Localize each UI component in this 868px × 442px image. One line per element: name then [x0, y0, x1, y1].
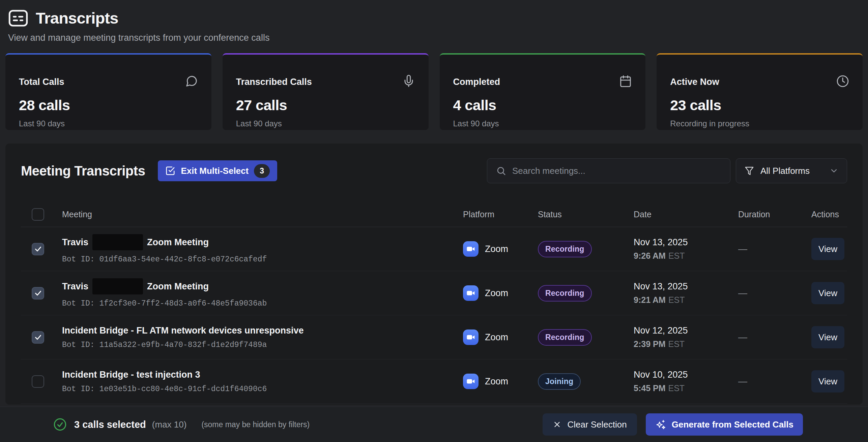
stat-label: Total Calls: [19, 77, 64, 87]
platform-filter-dropdown[interactable]: All Platforms: [736, 158, 847, 183]
select-all-checkbox[interactable]: [32, 208, 44, 221]
zoom-platform-icon: [463, 329, 479, 345]
meeting-title: Incident Bridge - test injection 3: [62, 370, 463, 380]
row-checkbox[interactable]: [32, 375, 44, 388]
meeting-time: 9:21 AMEST: [634, 295, 738, 305]
meeting-time: 9:26 AMEST: [634, 251, 738, 261]
search-icon: [496, 166, 506, 176]
stat-card-active-now: Active Now 23 calls Recording in progres…: [657, 53, 863, 130]
table-row[interactable]: Travis Zoom Meeting Bot ID: 01df6aa3-54e…: [21, 227, 847, 271]
stat-card-transcribed-calls: Transcribed Calls 27 calls Last 90 days: [223, 53, 429, 130]
meeting-duration: —: [738, 288, 811, 298]
page-subtitle: View and manage meeting transcripts from…: [8, 33, 861, 43]
view-button[interactable]: View: [811, 326, 844, 348]
stat-label: Completed: [453, 77, 500, 87]
meeting-time: 2:39 PMEST: [634, 339, 738, 349]
zoom-platform-icon: [463, 374, 479, 389]
meeting-date: Nov 13, 2025: [634, 237, 738, 248]
row-checkbox[interactable]: [32, 287, 44, 299]
zoom-platform-icon: [463, 285, 479, 301]
zoom-platform-icon: [463, 241, 479, 257]
filter-icon: [744, 166, 754, 176]
chat-bubble-icon: [185, 75, 198, 89]
row-checkbox[interactable]: [32, 331, 44, 344]
meeting-duration: —: [738, 376, 811, 387]
selection-bar: 3 calls selected (max 10) (some may be h…: [0, 407, 868, 442]
transcripts-table: Meeting Platform Status Date Duration Ac…: [21, 202, 847, 404]
platform-name: Zoom: [485, 288, 508, 298]
platform-name: Zoom: [485, 376, 508, 387]
clear-selection-button[interactable]: Clear Selection: [543, 413, 637, 436]
table-row[interactable]: Incident Bridge - FL ATM network devices…: [21, 315, 847, 359]
stat-value: 28 calls: [19, 97, 198, 114]
stat-sub: Last 90 days: [453, 119, 632, 128]
stat-value: 27 calls: [236, 97, 415, 114]
col-header-actions: Actions: [811, 210, 847, 219]
transcripts-page: Transcripts View and manage meeting tran…: [0, 0, 868, 442]
clock-icon: [836, 75, 849, 89]
meeting-transcripts-panel: Meeting Transcripts Exit Multi-Select 3: [5, 144, 863, 405]
col-header-platform: Platform: [463, 210, 538, 219]
stat-value: 23 calls: [670, 97, 849, 114]
close-icon: [553, 420, 561, 429]
col-header-date: Date: [634, 210, 738, 219]
check-square-icon: [165, 166, 175, 176]
stat-card-completed: Completed 4 calls Last 90 days: [440, 53, 646, 130]
col-header-status: Status: [538, 210, 634, 219]
platform-filter-value: All Platforms: [760, 166, 823, 176]
stat-sub: Recording in progress: [670, 119, 849, 128]
calendar-icon: [619, 75, 632, 89]
status-badge: Joining: [538, 373, 581, 390]
panel-title: Meeting Transcripts: [21, 163, 145, 179]
view-button[interactable]: View: [811, 370, 844, 392]
search-meetings-box[interactable]: [487, 158, 730, 183]
status-badge: Recording: [538, 285, 592, 302]
view-button[interactable]: View: [811, 282, 844, 304]
stat-cards: Total Calls 28 calls Last 90 days Transc…: [0, 53, 868, 130]
stat-label: Active Now: [670, 77, 719, 87]
microphone-icon: [402, 75, 415, 89]
meeting-title: Travis Zoom Meeting: [62, 278, 463, 294]
redacted-text: [92, 278, 143, 294]
bot-id: Bot ID: 1e03e51b-cc80-4e8c-91cf-dcd1f640…: [62, 385, 463, 393]
generate-from-selected-button[interactable]: Generate from Selected Calls: [646, 413, 803, 436]
selection-count-badge: 3: [254, 164, 270, 178]
bot-id: Bot ID: 01df6aa3-54ee-442c-8fc8-e072c6ca…: [62, 255, 463, 264]
page-header: Transcripts View and manage meeting tran…: [0, 0, 868, 43]
page-title: Transcripts: [36, 9, 118, 27]
table-row[interactable]: Travis Zoom Meeting Bot ID: 1f2cf3e0-7ff…: [21, 271, 847, 315]
bot-id: Bot ID: 11a5a322-e9fb-4a70-832f-d1e2d9f7…: [62, 341, 463, 349]
row-checkbox[interactable]: [32, 243, 44, 255]
stat-card-total-calls: Total Calls 28 calls Last 90 days: [5, 53, 211, 130]
col-header-meeting: Meeting: [62, 210, 463, 219]
table-row[interactable]: Incident Bridge - test injection 3 Bot I…: [21, 359, 847, 404]
platform-name: Zoom: [485, 244, 508, 254]
meeting-date: Nov 13, 2025: [634, 281, 738, 292]
bot-id: Bot ID: 1f2cf3e0-7ff2-48d3-a0f6-48e5fa90…: [62, 299, 463, 308]
table-header-row: Meeting Platform Status Date Duration Ac…: [21, 202, 847, 227]
stat-value: 4 calls: [453, 97, 632, 114]
sparkles-icon: [655, 419, 666, 430]
meeting-time: 5:45 PMEST: [634, 383, 738, 393]
status-badge: Recording: [538, 241, 592, 257]
meeting-date: Nov 12, 2025: [634, 325, 738, 336]
meeting-title: Travis Zoom Meeting: [62, 234, 463, 250]
redacted-text: [92, 234, 143, 250]
selected-count-text: 3 calls selected: [74, 419, 146, 430]
selection-hidden-note: (some may be hidden by filters): [201, 420, 310, 429]
platform-name: Zoom: [485, 332, 508, 343]
meeting-title: Incident Bridge - FL ATM network devices…: [62, 325, 463, 336]
check-circle-icon: [53, 418, 67, 431]
stat-sub: Last 90 days: [236, 119, 415, 128]
exit-multi-select-button[interactable]: Exit Multi-Select 3: [158, 160, 277, 181]
col-header-duration: Duration: [738, 210, 811, 219]
meeting-date: Nov 10, 2025: [634, 370, 738, 380]
exit-multi-select-label: Exit Multi-Select: [181, 166, 249, 176]
selection-max-text: (max 10): [152, 419, 187, 430]
meeting-duration: —: [738, 332, 811, 343]
search-input[interactable]: [512, 166, 721, 176]
view-button[interactable]: View: [811, 238, 844, 260]
status-badge: Recording: [538, 329, 592, 346]
stat-label: Transcribed Calls: [236, 77, 312, 87]
captions-icon: [8, 9, 28, 27]
